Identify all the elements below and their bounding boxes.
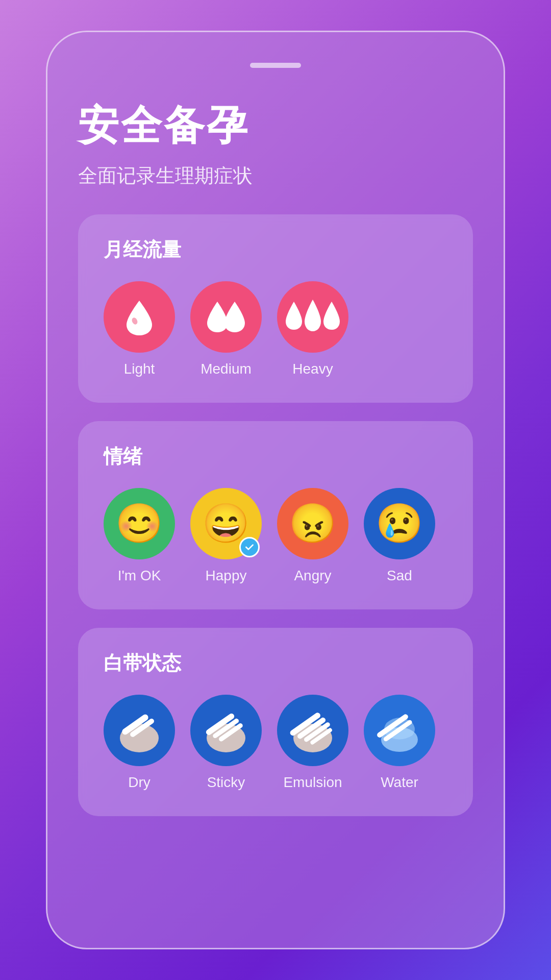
- discharge-item-sticky[interactable]: Sticky: [190, 695, 262, 791]
- phone-frame: 安全备孕 全面记录生理期症状 月经流量 Light: [46, 31, 505, 949]
- discharge-icon-water: [374, 705, 425, 756]
- mood-section-title: 情绪: [104, 444, 447, 470]
- mood-label-happy: Happy: [206, 568, 247, 584]
- discharge-circle-sticky: [190, 695, 262, 766]
- discharge-icon-sticky: [201, 705, 252, 756]
- discharge-label-water: Water: [381, 774, 418, 791]
- discharge-circle-emulsion: [277, 695, 348, 766]
- discharge-section-title: 白带状态: [104, 650, 447, 676]
- mood-circle-sad: 😢: [364, 488, 435, 559]
- discharge-section: 白带状态 Dry: [78, 628, 473, 816]
- droplet-icon-light: [121, 297, 157, 337]
- flow-label-medium: Medium: [201, 361, 252, 377]
- mood-label-sad: Sad: [387, 568, 412, 584]
- mood-emoji-ok: 😊: [115, 501, 163, 546]
- flow-section-title: 月经流量: [104, 237, 447, 263]
- app-subtitle: 全面记录生理期症状: [78, 163, 473, 189]
- mood-item-sad[interactable]: 😢 Sad: [364, 488, 435, 584]
- flow-item-light[interactable]: Light: [104, 281, 175, 377]
- flow-item-medium[interactable]: Medium: [190, 281, 262, 377]
- discharge-icon-dry: [114, 705, 165, 756]
- discharge-item-dry[interactable]: Dry: [104, 695, 175, 791]
- flow-items-row: Light Medium: [104, 281, 447, 377]
- selected-checkmark: [239, 537, 260, 557]
- check-icon: [244, 542, 255, 553]
- discharge-circle-water: [364, 695, 435, 766]
- app-title: 安全备孕: [78, 99, 473, 154]
- mood-item-happy[interactable]: 😄 Happy: [190, 488, 262, 584]
- flow-circle-medium: [190, 281, 262, 353]
- mood-circle-happy: 😄: [190, 488, 262, 559]
- flow-section: 月经流量 Light: [78, 214, 473, 403]
- flow-circle-light: [104, 281, 175, 353]
- discharge-item-water[interactable]: Water: [364, 695, 435, 791]
- mood-item-angry[interactable]: 😠 Angry: [277, 488, 348, 584]
- discharge-items-row: Dry Sticky: [104, 695, 447, 791]
- flow-label-heavy: Heavy: [292, 361, 333, 377]
- status-bar: [78, 63, 473, 68]
- discharge-circle-dry: [104, 695, 175, 766]
- discharge-item-emulsion[interactable]: Emulsion: [277, 695, 348, 791]
- mood-label-ok: I'm OK: [118, 568, 161, 584]
- flow-label-light: Light: [124, 361, 155, 377]
- discharge-icon-emulsion: [287, 705, 338, 756]
- mood-item-ok[interactable]: 😊 I'm OK: [104, 488, 175, 584]
- droplet-icon-heavy: [285, 297, 341, 337]
- mood-items-row: 😊 I'm OK 😄 Happy 😠: [104, 488, 447, 584]
- mood-circle-angry: 😠: [277, 488, 348, 559]
- mood-label-angry: Angry: [294, 568, 331, 584]
- discharge-label-emulsion: Emulsion: [283, 774, 342, 791]
- mood-emoji-sad: 😢: [375, 501, 423, 546]
- discharge-label-sticky: Sticky: [207, 774, 245, 791]
- droplet-icon-medium: [203, 297, 249, 337]
- mood-section: 情绪 😊 I'm OK 😄 Happy: [78, 421, 473, 609]
- header: 安全备孕 全面记录生理期症状: [78, 99, 473, 189]
- mood-emoji-angry: 😠: [289, 501, 337, 546]
- mood-circle-ok: 😊: [104, 488, 175, 559]
- status-pill: [250, 63, 301, 68]
- flow-item-heavy[interactable]: Heavy: [277, 281, 348, 377]
- flow-circle-heavy: [277, 281, 348, 353]
- discharge-label-dry: Dry: [128, 774, 151, 791]
